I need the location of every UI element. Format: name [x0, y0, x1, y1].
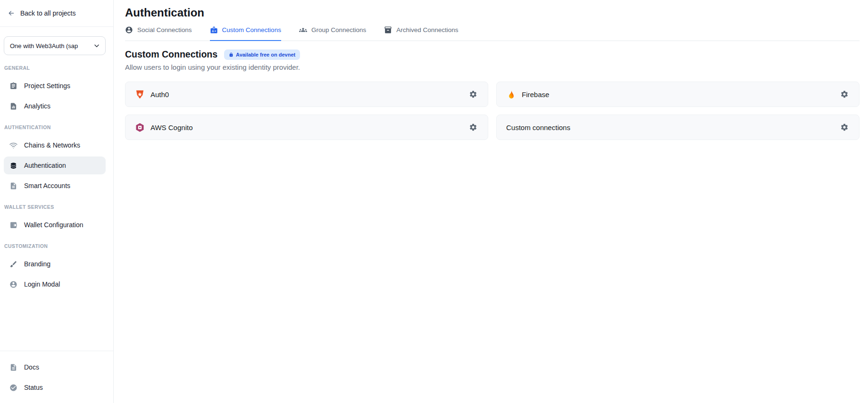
sidebar-item-label: Login Modal	[24, 280, 60, 288]
sidebar-item-analytics[interactable]: Analytics	[4, 97, 106, 115]
person-circle-icon	[125, 26, 133, 34]
sidebar-item-label: Status	[24, 384, 43, 391]
section-label-authentication: AUTHENTICATION	[4, 124, 106, 130]
id-badge-icon	[210, 26, 218, 34]
aws-cognito-logo	[135, 123, 145, 132]
check-circle-icon	[9, 384, 17, 392]
people-group-icon	[299, 26, 307, 34]
arrow-left-icon	[8, 9, 15, 17]
sidebar-item-label: Smart Accounts	[24, 182, 70, 189]
custom-connections-settings-button[interactable]	[840, 123, 849, 132]
sidebar-item-project-settings[interactable]: Project Settings	[4, 77, 106, 95]
sidebar-item-status[interactable]: Status	[4, 378, 106, 396]
tab-archived-connections[interactable]: Archived Connections	[384, 26, 458, 41]
section-heading-row: Custom Connections Available free on dev…	[125, 49, 860, 60]
chevron-down-icon	[93, 42, 100, 49]
gear-icon	[469, 123, 477, 132]
sidebar-item-docs[interactable]: Docs	[4, 358, 106, 376]
sidebar-item-chains-networks[interactable]: Chains & Networks	[4, 136, 106, 154]
page-title: Authentication	[125, 6, 860, 20]
section-label-general: GENERAL	[4, 65, 106, 71]
tab-label: Social Connections	[137, 26, 192, 33]
wifi-icon	[9, 141, 17, 149]
section-heading: Custom Connections	[125, 49, 217, 60]
file-icon	[9, 182, 17, 190]
tab-label: Group Connections	[311, 26, 366, 33]
card-aws-cognito[interactable]: AWS Cognito	[125, 115, 488, 140]
card-auth0[interactable]: Auth0	[125, 82, 488, 107]
sidebar-item-label: Branding	[24, 260, 50, 268]
user-circle-icon	[9, 280, 17, 288]
tab-bar: Social Connections Custom Connections Gr…	[125, 26, 860, 41]
card-firebase[interactable]: Firebase	[496, 82, 860, 107]
gear-icon	[840, 123, 849, 132]
project-selector-value: One with Web3Auth (sap	[10, 42, 90, 49]
section-label-wallet-services: WALLET SERVICES	[4, 204, 106, 210]
doc-icon	[9, 363, 17, 371]
back-to-projects-button[interactable]: Back to all projects	[0, 0, 113, 27]
sidebar-item-label: Docs	[24, 363, 39, 371]
wallet-icon	[9, 221, 17, 229]
card-label: Custom connections	[506, 123, 570, 132]
card-label: AWS Cognito	[150, 123, 192, 132]
tab-group-connections[interactable]: Group Connections	[299, 26, 366, 41]
tab-label: Custom Connections	[222, 26, 281, 33]
firebase-settings-button[interactable]	[840, 90, 849, 99]
sidebar-item-label: Analytics	[24, 102, 50, 110]
card-label: Firebase	[522, 90, 549, 99]
card-label: Auth0	[150, 90, 169, 99]
sidebar-nav: GENERAL Project Settings Analytics AUTHE…	[0, 55, 113, 296]
sidebar-item-label: Authentication	[24, 162, 66, 169]
database-icon	[9, 162, 17, 170]
brush-icon	[9, 260, 17, 268]
sidebar-footer: Docs Status	[0, 351, 113, 403]
auth0-settings-button[interactable]	[469, 90, 477, 99]
sidebar-item-branding[interactable]: Branding	[4, 255, 106, 273]
sidebar-item-smart-accounts[interactable]: Smart Accounts	[4, 177, 106, 195]
gear-icon	[840, 90, 849, 99]
sidebar-item-label: Project Settings	[24, 82, 70, 90]
sidebar-item-label: Wallet Configuration	[24, 221, 83, 229]
gear-icon	[469, 90, 477, 99]
sidebar-item-wallet-configuration[interactable]: Wallet Configuration	[4, 216, 106, 234]
sidebar-item-authentication[interactable]: Authentication	[4, 156, 106, 174]
tab-custom-connections[interactable]: Custom Connections	[210, 26, 281, 41]
devnet-badge: Available free on devnet	[224, 49, 300, 60]
clipboard-icon	[9, 82, 17, 90]
card-custom-connections[interactable]: Custom connections	[496, 115, 860, 140]
sidebar-item-label: Chains & Networks	[24, 141, 80, 149]
sidebar: Back to all projects One with Web3Auth (…	[0, 0, 114, 403]
sidebar-spacer	[0, 296, 113, 351]
tab-social-connections[interactable]: Social Connections	[125, 26, 192, 41]
section-label-customization: CUSTOMIZATION	[4, 243, 106, 249]
firebase-logo	[506, 90, 516, 99]
aws-cognito-settings-button[interactable]	[469, 123, 477, 132]
sidebar-item-login-modal[interactable]: Login Modal	[4, 275, 106, 293]
back-to-projects-label: Back to all projects	[20, 9, 76, 17]
section-description: Allow users to login using your existing…	[125, 63, 860, 71]
analytics-file-icon	[9, 102, 17, 110]
archive-icon	[384, 26, 392, 34]
main-content: Authentication Social Connections Custom…	[114, 0, 868, 403]
auth0-logo	[135, 90, 145, 99]
lock-icon	[229, 52, 234, 57]
project-selector[interactable]: One with Web3Auth (sap	[4, 36, 106, 55]
tab-label: Archived Connections	[396, 26, 458, 33]
app-root: Back to all projects One with Web3Auth (…	[0, 0, 868, 403]
connection-cards: Auth0 Firebase AWS Cognito	[125, 82, 860, 140]
devnet-badge-label: Available free on devnet	[236, 52, 295, 58]
